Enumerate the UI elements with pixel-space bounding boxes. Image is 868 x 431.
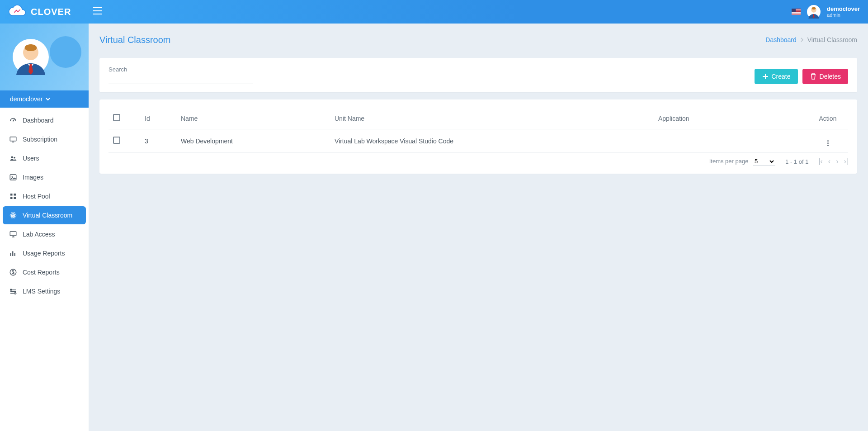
bar-chart-icon bbox=[9, 249, 17, 257]
sidebar-item-dashboard[interactable]: Dashboard bbox=[3, 111, 86, 129]
topbar: CLOVER democlover admin bbox=[0, 0, 868, 24]
svg-point-14 bbox=[13, 215, 14, 216]
svg-rect-18 bbox=[10, 232, 16, 236]
sidebar-item-lab-access[interactable]: Lab Access bbox=[3, 225, 86, 243]
top-avatar-icon[interactable] bbox=[807, 5, 821, 19]
svg-point-9 bbox=[12, 176, 13, 177]
sidebar-item-images[interactable]: Images bbox=[3, 168, 86, 186]
locale-flag-icon[interactable] bbox=[792, 9, 801, 15]
chevron-down-icon bbox=[45, 96, 51, 102]
svg-rect-10 bbox=[10, 194, 13, 196]
first-page-button[interactable]: |‹ bbox=[818, 157, 822, 166]
svg-rect-12 bbox=[10, 197, 13, 199]
paginator: Items per page 5 1 - 1 of 1 |‹ ‹ › ›| bbox=[108, 153, 848, 166]
logo-icon bbox=[8, 4, 26, 19]
image-icon bbox=[9, 173, 17, 181]
sidebar-item-label: Dashboard bbox=[23, 117, 54, 124]
row-checkbox[interactable] bbox=[113, 137, 120, 144]
plus-icon bbox=[762, 73, 769, 80]
trash-icon bbox=[810, 73, 817, 80]
delete-button[interactable]: Deletes bbox=[802, 69, 848, 84]
main-header: Virtual Classroom Dashboard Virtual Clas… bbox=[99, 29, 857, 51]
grid-icon bbox=[9, 192, 17, 200]
row-actions-button[interactable] bbox=[827, 140, 829, 146]
header-id: Id bbox=[140, 108, 176, 129]
last-page-button[interactable]: ›| bbox=[844, 157, 848, 166]
page-range: 1 - 1 of 1 bbox=[785, 158, 808, 165]
top-user-role: admin bbox=[827, 12, 860, 18]
main: Virtual Classroom Dashboard Virtual Clas… bbox=[89, 24, 868, 431]
sidebar-item-label: Virtual Classroom bbox=[23, 212, 72, 219]
sidebar-item-label: Cost Reports bbox=[23, 269, 60, 276]
dollar-icon bbox=[9, 268, 17, 276]
speedometer-icon bbox=[9, 116, 17, 124]
sidebar-item-host-pool[interactable]: Host Pool bbox=[3, 187, 86, 205]
header-app: Application bbox=[654, 108, 807, 129]
top-user[interactable]: democlover admin bbox=[827, 6, 860, 18]
cell-unit: Virtual Lab Workspace Visual Studio Code bbox=[330, 129, 654, 153]
table-card: Id Name Unit Name Application Action 3 W… bbox=[99, 99, 857, 174]
sidebar-item-label: LMS Settings bbox=[23, 288, 60, 295]
svg-point-7 bbox=[14, 157, 15, 159]
page-title: Virtual Classroom bbox=[99, 35, 170, 45]
sidebar-item-lms-settings[interactable]: LMS Settings bbox=[3, 282, 86, 300]
sidebar-item-label: Users bbox=[23, 155, 39, 162]
items-per-page-label: Items per page bbox=[709, 158, 749, 165]
sidebar-item-usage-reports[interactable]: Usage Reports bbox=[3, 244, 86, 262]
sidebar-item-label: Usage Reports bbox=[23, 250, 65, 257]
hamburger-icon bbox=[93, 7, 102, 14]
sidebar-item-label: Subscription bbox=[23, 136, 57, 143]
settings-icon bbox=[9, 287, 17, 295]
sidebar-item-subscription[interactable]: Subscription bbox=[3, 130, 86, 148]
create-button[interactable]: Create bbox=[755, 69, 798, 84]
create-button-label: Create bbox=[772, 73, 791, 80]
svg-rect-11 bbox=[14, 194, 16, 196]
top-user-name: democlover bbox=[827, 6, 860, 12]
svg-rect-5 bbox=[10, 137, 16, 141]
sidebar-item-label: Host Pool bbox=[23, 193, 50, 200]
atom-icon bbox=[9, 211, 17, 219]
svg-rect-20 bbox=[10, 289, 12, 291]
cell-app bbox=[654, 129, 807, 153]
prev-page-button[interactable]: ‹ bbox=[828, 157, 830, 166]
breadcrumb-root[interactable]: Dashboard bbox=[765, 36, 797, 43]
sidebar-user-name: democlover bbox=[10, 95, 42, 103]
header-action: Action bbox=[807, 108, 848, 129]
header-unit: Unit Name bbox=[330, 108, 654, 129]
sidebar-item-users[interactable]: Users bbox=[3, 149, 86, 167]
table-row: 3 Web Development Virtual Lab Workspace … bbox=[108, 129, 848, 153]
sidebar-item-virtual-classroom[interactable]: Virtual Classroom bbox=[3, 206, 86, 224]
select-all-checkbox[interactable] bbox=[113, 114, 120, 121]
sidebar-user-toggle[interactable]: democlover bbox=[0, 90, 89, 108]
menu-toggle-button[interactable] bbox=[93, 7, 102, 16]
search-input[interactable] bbox=[108, 75, 253, 84]
page-size-select[interactable]: 5 bbox=[753, 157, 775, 166]
cell-id: 3 bbox=[140, 129, 176, 153]
sidebar-header bbox=[0, 24, 89, 90]
sidebar-item-cost-reports[interactable]: Cost Reports bbox=[3, 263, 86, 281]
sidebar-item-label: Lab Access bbox=[23, 231, 55, 238]
cell-name: Web Development bbox=[176, 129, 330, 153]
next-page-button[interactable]: › bbox=[836, 157, 838, 166]
svg-point-6 bbox=[11, 156, 14, 159]
chevron-right-icon bbox=[800, 38, 804, 42]
sidebar: democlover Dashboard Subscription Users … bbox=[0, 24, 89, 431]
header-name: Name bbox=[176, 108, 330, 129]
sidebar-item-label: Images bbox=[23, 174, 43, 181]
users-icon bbox=[9, 154, 17, 162]
sidebar-avatar-icon bbox=[13, 39, 49, 75]
search-field: Search bbox=[108, 66, 253, 84]
monitor-icon bbox=[9, 135, 17, 143]
search-label: Search bbox=[108, 66, 253, 73]
classroom-table: Id Name Unit Name Application Action 3 W… bbox=[108, 108, 848, 153]
svg-rect-13 bbox=[14, 197, 16, 199]
toolbar-card: Search Create Deletes bbox=[99, 58, 857, 92]
breadcrumb: Dashboard Virtual Classroom bbox=[765, 36, 857, 43]
svg-point-4 bbox=[13, 120, 14, 121]
desktop-icon bbox=[9, 230, 17, 238]
breadcrumb-current: Virtual Classroom bbox=[807, 36, 857, 43]
sidebar-menu: Dashboard Subscription Users Images Host… bbox=[0, 108, 89, 304]
topbar-right: democlover admin bbox=[792, 5, 860, 19]
brand-text: CLOVER bbox=[31, 7, 71, 17]
brand: CLOVER bbox=[8, 4, 90, 19]
